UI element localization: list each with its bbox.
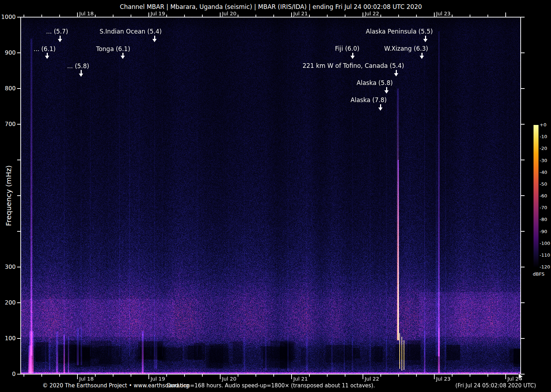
x-axis-label-top: Jul 21 [293,11,308,16]
y-tick-right [521,17,525,17]
annotation-down-arrow [154,36,155,39]
annotation-down-arrow [352,53,353,56]
y-tick-right [521,267,525,267]
x-minor-tick-bottom [452,374,453,377]
x-axis-label-top: Jul 20 [222,11,237,16]
mouse-cursor-icon [518,373,525,381]
x-minor-tick-bottom [113,374,113,377]
y-axis-label: 700 [0,121,16,128]
y-axis-label: 800 [0,85,16,92]
x-day-tick-bottom [291,374,292,379]
y-tick-left [17,160,21,160]
x-day-tick-bottom [434,374,435,379]
annotation-down-arrow [421,53,423,56]
x-minor-tick-top [256,15,256,17]
y-axis-title: Frequency (mHz) [4,165,13,226]
duration-text: Duration=168 hours. Audio speed-up=1800×… [21,382,521,389]
x-minor-tick-bottom [345,374,345,377]
y-tick-right [521,160,525,160]
x-axis-label-bottom: Jul 21 [293,376,308,382]
y-tick-right [521,302,525,303]
x-minor-tick-top [470,15,470,17]
annotation-down-arrow [60,36,61,39]
plot-frame-top [21,17,521,17]
x-minor-tick-bottom [59,374,60,377]
x-day-tick-top [363,12,363,17]
x-day-tick-bottom [77,374,78,379]
colorbar-tick-label: -50 [540,181,547,187]
colorbar-tick-label: +0 [540,122,546,128]
colorbar-tick-label: -80 [540,217,547,222]
x-day-tick-bottom [363,374,363,379]
x-axis-label-top: Jul 19 [151,11,165,16]
x-minor-tick-top [113,15,113,17]
colorbar-tick-label: -20 [540,146,547,151]
colorbar-tick-label: -90 [540,229,547,235]
y-tick-left [17,195,21,196]
x-day-tick-bottom [220,374,221,379]
annotation-down-arrow [396,70,397,73]
x-axis-label-bottom: Jul 23 [436,376,451,382]
y-tick-right [521,124,525,125]
colorbar-tick-label: -10 [540,134,547,140]
x-minor-tick-bottom [470,374,470,377]
render-timestamp: (Fri Jul 24 05:02:08 2020 UTC) [455,382,536,389]
colorbar-tick-label: -120 [540,264,550,270]
x-axis-label-bottom: Jul 20 [222,376,237,382]
y-tick-left [17,231,21,232]
y-tick-left [17,338,21,339]
x-minor-tick-top [41,15,42,17]
x-minor-tick-top [184,15,185,17]
annotation-down-arrow [380,104,381,107]
y-axis-label: 0 [0,371,16,378]
x-axis-label-top: Jul 23 [436,11,451,16]
annotation-label: W.Xizang (6.3) [384,45,428,52]
annotation-down-arrow [386,87,387,90]
x-day-tick-bottom [148,374,149,379]
annotation-label: Alaska (7.8) [350,96,386,104]
x-day-tick-bottom [505,374,506,379]
x-minor-tick-bottom [398,374,399,377]
x-day-tick-top [220,12,221,17]
x-axis-label-top: Jul 22 [365,11,379,16]
x-minor-tick-top [416,15,417,17]
y-tick-right [521,231,525,232]
colorbar-gradient [534,125,539,267]
x-minor-tick-top [452,15,453,17]
x-minor-tick-bottom [256,374,256,377]
x-minor-tick-top [24,15,24,17]
colorbar-tick-label: -40 [540,170,547,175]
x-day-tick-top [291,12,292,17]
x-axis-label-bottom: Jul 19 [151,376,165,382]
x-day-tick-top [434,12,435,17]
annotation-label: ... (5.8) [67,62,89,70]
x-minor-tick-bottom [41,374,42,377]
annotation-down-arrow [425,36,426,39]
y-tick-right [521,88,525,89]
annotation-label: Fiji (6.0) [335,45,359,52]
x-axis-label-top: Jul 18 [79,11,94,16]
x-minor-tick-bottom [184,374,185,377]
x-minor-tick-bottom [273,374,274,377]
x-axis-label-bottom: Jul 22 [365,376,379,382]
y-axis-label: 100 [0,335,16,342]
x-minor-tick-top [345,15,345,17]
y-tick-left [17,52,21,53]
x-minor-tick-bottom [416,374,417,377]
y-tick-right [521,338,525,339]
y-tick-left [17,302,21,303]
x-minor-tick-top [380,15,381,17]
x-minor-tick-top [309,15,310,17]
annotation-down-arrow [81,70,82,74]
y-tick-left [17,17,21,17]
annotation-label: ... (6.1) [34,45,56,52]
x-minor-tick-bottom [238,374,238,377]
x-minor-tick-top [273,15,274,17]
x-minor-tick-bottom [95,374,96,377]
x-minor-tick-bottom [309,374,310,377]
annotation-label: Tonga (6.1) [96,45,130,52]
annotation-label: S.Indian Ocean (5.4) [100,28,162,35]
colorbar-tick-label: -30 [540,158,547,164]
x-minor-tick-bottom [166,374,167,377]
x-minor-tick-top [95,15,96,17]
